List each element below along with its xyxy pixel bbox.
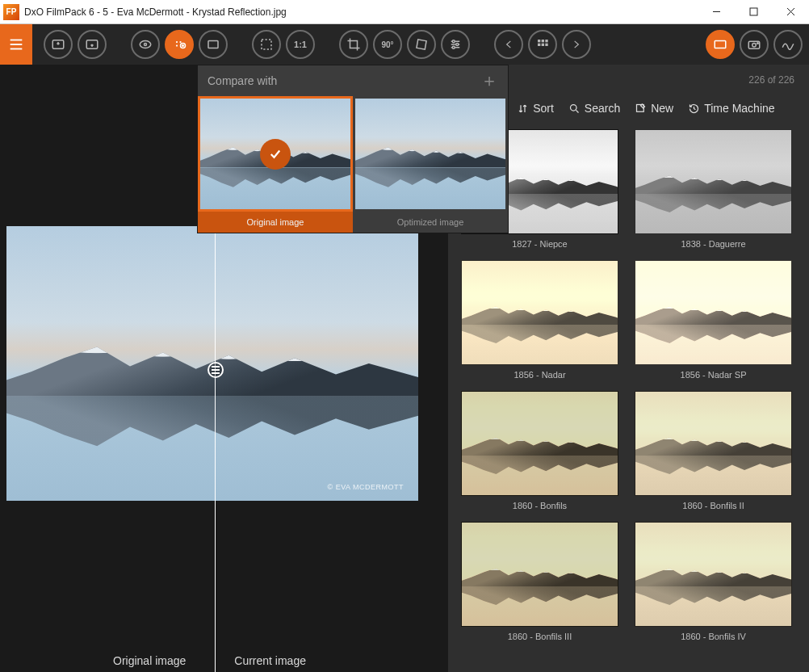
svg-point-9: [140, 41, 151, 48]
search-button[interactable]: Search: [568, 102, 620, 115]
preset-label: 1860 - Bonfils II: [635, 496, 792, 514]
zoom-100-button[interactable]: 1:1: [286, 30, 315, 59]
titlebar: FP DxO FilmPack 6 - 5 - Eva McDermott - …: [0, 0, 809, 24]
rotate-90-button[interactable]: 90°: [373, 30, 402, 59]
preset-label: 1838 - Daguerre: [635, 234, 792, 252]
svg-line-38: [576, 110, 578, 112]
preset-card[interactable]: 1838 - Daguerre: [635, 129, 792, 252]
histogram-button[interactable]: [773, 30, 803, 59]
export-button[interactable]: [78, 30, 107, 59]
svg-rect-16: [262, 40, 271, 49]
time-machine-button[interactable]: Time Machine: [688, 102, 774, 115]
window-title: DxO FilmPack 6 - 5 - Eva McDermott - Kry…: [24, 6, 698, 18]
preset-card[interactable]: 1860 - Bonfils III: [461, 522, 618, 645]
preset-label: 1856 - Nadar: [461, 365, 618, 383]
preset-label: 1860 - Bonfils: [461, 496, 618, 514]
compare-title: Compare with: [207, 74, 277, 87]
compare-popup: Compare with ＋ Original image: [197, 65, 509, 233]
preset-card[interactable]: 1856 - Nadar SP: [635, 260, 792, 383]
svg-point-23: [452, 46, 455, 48]
compare-original-label: Original image: [198, 212, 353, 233]
menu-button[interactable]: [0, 24, 32, 65]
svg-point-13: [176, 44, 178, 46]
compare-optimized-thumb[interactable]: [353, 96, 508, 212]
svg-point-32: [752, 44, 757, 48]
preset-label: 1856 - Nadar SP: [635, 365, 792, 383]
preset-label: 1827 - Niepce: [461, 234, 618, 252]
prev-button[interactable]: [494, 30, 523, 59]
grid-view-button[interactable]: [528, 30, 557, 59]
snapshot-button[interactable]: [740, 30, 769, 59]
preset-card[interactable]: 1860 - Bonfils: [461, 391, 618, 514]
preview-footer: Original image Current image: [0, 654, 436, 667]
sort-button[interactable]: Sort: [517, 102, 554, 115]
single-view-button[interactable]: [199, 30, 228, 59]
minimize-button[interactable]: [698, 0, 735, 24]
maximize-button[interactable]: [735, 0, 772, 24]
new-button[interactable]: New: [635, 102, 673, 115]
svg-rect-27: [538, 44, 540, 46]
preset-card[interactable]: 1856 - Nadar: [461, 260, 618, 383]
toolbar: 1:1 90°: [0, 24, 809, 65]
preset-label: 1860 - Bonfils III: [461, 627, 618, 645]
preset-label: 1860 - Bonfils IV: [635, 627, 792, 645]
svg-rect-25: [542, 40, 544, 42]
straighten-button[interactable]: [407, 30, 436, 59]
close-button[interactable]: [772, 0, 809, 24]
svg-rect-28: [542, 44, 544, 46]
settings-button[interactable]: [441, 30, 470, 59]
next-button[interactable]: [562, 30, 591, 59]
preview-right-label: Current image: [234, 654, 306, 667]
svg-rect-26: [545, 40, 547, 42]
svg-point-21: [452, 40, 455, 43]
svg-point-37: [570, 104, 576, 111]
presets-panel-button[interactable]: [706, 30, 735, 59]
compare-original-thumb[interactable]: [198, 96, 353, 212]
svg-point-33: [757, 43, 759, 44]
app-icon: FP: [3, 4, 19, 20]
svg-rect-24: [538, 40, 540, 42]
preset-card[interactable]: 1860 - Bonfils IV: [635, 522, 792, 645]
preset-card[interactable]: 1860 - Bonfils II: [635, 391, 792, 514]
svg-rect-1: [750, 8, 757, 15]
left-pane: Compare with ＋ Original image: [0, 65, 448, 672]
watermark: © EVA MCDERMOTT: [328, 483, 404, 491]
svg-rect-30: [715, 41, 726, 48]
check-icon: [260, 139, 291, 170]
svg-point-11: [176, 41, 178, 43]
svg-rect-29: [545, 44, 547, 46]
crop-button[interactable]: [339, 30, 368, 59]
compare-mode-button[interactable]: [165, 30, 194, 59]
svg-point-12: [179, 41, 181, 43]
fit-button[interactable]: [252, 30, 281, 59]
import-button[interactable]: [44, 30, 73, 59]
split-handle[interactable]: [207, 362, 224, 378]
split-line[interactable]: [215, 226, 216, 672]
svg-rect-15: [208, 41, 218, 48]
svg-rect-17: [417, 40, 426, 49]
svg-point-22: [456, 44, 459, 46]
preview-toggle-button[interactable]: [131, 30, 160, 59]
preview-left-label: Original image: [113, 654, 186, 667]
compare-optimized-label: Optimized image: [353, 212, 508, 233]
add-compare-button[interactable]: ＋: [480, 69, 498, 93]
svg-point-10: [145, 44, 147, 46]
